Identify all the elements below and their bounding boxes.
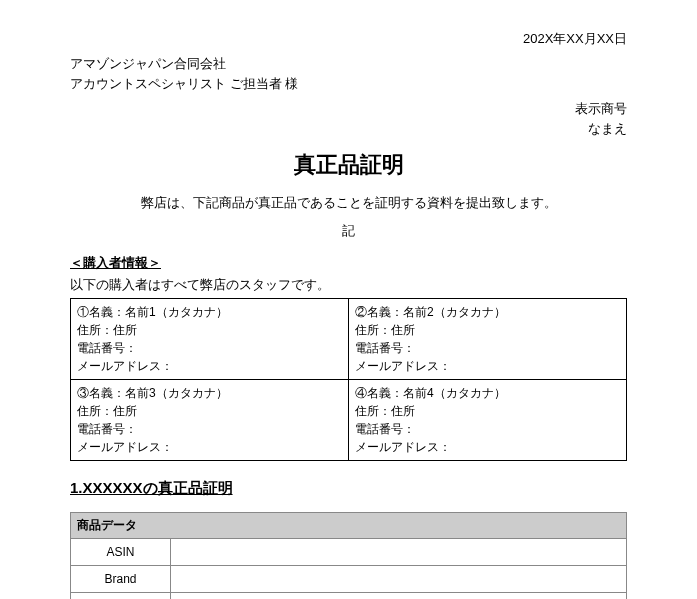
label-phone: 電話番号：	[355, 422, 415, 436]
buyer-num: ③	[77, 386, 89, 400]
buyer-addr: 住所	[113, 404, 137, 418]
product-key: ASIN	[71, 539, 171, 566]
buyer-num: ④	[355, 386, 367, 400]
buyer-addr: 住所	[113, 323, 137, 337]
buyers-table: ①名義：名前1（カタカナ） 住所：住所 電話番号： メールアドレス： ②名義：名…	[70, 298, 627, 461]
buyer-section-heading: ＜購入者情報＞	[70, 254, 627, 272]
label-addr: 住所：	[77, 323, 113, 337]
intro-text: 弊店は、下記商品が真正品であることを証明する資料を提出致します。	[70, 194, 627, 212]
buyer-cell-1: ①名義：名前1（カタカナ） 住所：住所 電話番号： メールアドレス：	[71, 299, 349, 380]
label-phone: 電話番号：	[77, 341, 137, 355]
product-table: 商品データ ASIN Brand 商品名 型番	[70, 512, 627, 599]
addressee-line-1: アマゾンジャパン合同会社	[70, 54, 627, 74]
buyer-cell-4: ④名義：名前4（カタカナ） 住所：住所 電話番号： メールアドレス：	[349, 380, 627, 461]
label-phone: 電話番号：	[77, 422, 137, 436]
product-val	[171, 566, 627, 593]
sender-line-1: 表示商号	[70, 99, 627, 119]
label-phone: 電話番号：	[355, 341, 415, 355]
label-addr: 住所：	[77, 404, 113, 418]
label-email: メールアドレス：	[355, 359, 451, 373]
buyer-num: ①	[77, 305, 89, 319]
product-band: 商品データ	[71, 513, 627, 539]
buyer-addr: 住所	[391, 323, 415, 337]
table-row: Brand	[71, 566, 627, 593]
buyer-name: 名前3（カタカナ）	[125, 386, 228, 400]
product-key: Brand	[71, 566, 171, 593]
table-row: 商品名	[71, 593, 627, 600]
buyer-name: 名前2（カタカナ）	[403, 305, 506, 319]
sender-line-2: なまえ	[70, 119, 627, 139]
buyer-name: 名前1（カタカナ）	[125, 305, 228, 319]
addressee-line-2: アカウントスペシャリスト ご担当者 様	[70, 74, 627, 94]
product-key: 商品名	[71, 593, 171, 600]
label-addr: 住所：	[355, 404, 391, 418]
buyer-cell-2: ②名義：名前2（カタカナ） 住所：住所 電話番号： メールアドレス：	[349, 299, 627, 380]
label-name: 名義：	[89, 386, 125, 400]
product-val	[171, 539, 627, 566]
buyer-cell-3: ③名義：名前3（カタカナ） 住所：住所 電話番号： メールアドレス：	[71, 380, 349, 461]
label-email: メールアドレス：	[77, 359, 173, 373]
label-name: 名義：	[367, 305, 403, 319]
document-date: 202X年XX月XX日	[70, 30, 627, 48]
label-email: メールアドレス：	[355, 440, 451, 454]
buyer-num: ②	[355, 305, 367, 319]
label-addr: 住所：	[355, 323, 391, 337]
proof-heading: 1.XXXXXXの真正品証明	[70, 479, 627, 498]
label-name: 名義：	[89, 305, 125, 319]
product-val	[171, 593, 627, 600]
label-name: 名義：	[367, 386, 403, 400]
buyer-addr: 住所	[391, 404, 415, 418]
ki-marker: 記	[70, 222, 627, 240]
buyer-section-note: 以下の購入者はすべて弊店のスタッフです。	[70, 276, 627, 294]
table-row: ASIN	[71, 539, 627, 566]
buyer-name: 名前4（カタカナ）	[403, 386, 506, 400]
document-title: 真正品証明	[70, 150, 627, 180]
label-email: メールアドレス：	[77, 440, 173, 454]
